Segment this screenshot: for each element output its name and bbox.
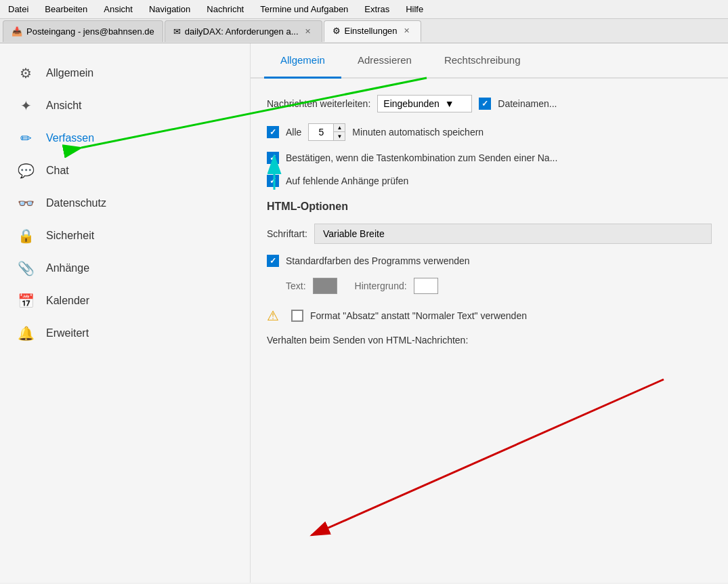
tab-inbox-label: Posteingang - jens@bahnsen.de: [26, 26, 154, 37]
schriftart-label: Schriftart:: [267, 228, 307, 239]
verhalten-label: Verhalten beim Senden von HTML-Nachricht…: [267, 335, 712, 346]
sparkle-icon: ✦: [16, 96, 35, 115]
tab-daily-label: dailyDAX: Anforderungen a...: [185, 26, 299, 37]
tab-daily[interactable]: ✉ dailyDAX: Anforderungen a... ✕: [165, 20, 322, 42]
sidebar-label-sicherheit: Sicherheit: [46, 230, 94, 242]
settings-tabs: Allgemein Adressieren Rechtschreibung: [251, 43, 728, 79]
color-row: Text: Hintergrund:: [286, 278, 712, 294]
anhaenge-checkbox[interactable]: [267, 175, 279, 187]
sidebar-label-datenschutz: Datenschutz: [46, 197, 106, 209]
sidebar-item-allgemein[interactable]: ⚙ Allgemein: [0, 57, 250, 89]
sidebar-label-allgemein: Allgemein: [46, 67, 93, 79]
settings-tab-icon: ⚙: [333, 26, 341, 36]
menu-extras[interactable]: Extras: [362, 3, 392, 16]
sidebar-item-ansicht[interactable]: ✦ Ansicht: [0, 89, 250, 122]
alle-checkbox[interactable]: [267, 126, 279, 138]
privacy-icon: 👓: [16, 194, 35, 213]
menu-bar: Datei Bearbeiten Ansicht Navigation Nach…: [0, 0, 728, 19]
tab-settings-label: Einstellungen: [345, 26, 398, 36]
sidebar-label-anhaenge: Anhänge: [46, 262, 89, 274]
minutes-input[interactable]: [309, 125, 333, 139]
inbox-icon: 📥: [12, 26, 22, 37]
schriftart-select[interactable]: Variable Breite: [314, 224, 712, 244]
sidebar-label-verfassen: Verfassen: [46, 132, 94, 144]
tab-adressieren[interactable]: Adressieren: [341, 43, 428, 79]
anhaenge-row: Auf fehlende Anhänge prüfen: [267, 175, 712, 187]
sidebar-item-sicherheit[interactable]: 🔒 Sicherheit: [0, 220, 250, 252]
menu-datei[interactable]: Datei: [5, 3, 31, 16]
sidebar-label-ansicht: Ansicht: [46, 100, 81, 112]
standardfarben-label: Standardfarben des Programms verwenden: [286, 255, 470, 266]
minuten-label: Minuten automatisch speichern: [352, 127, 484, 138]
html-section-title: HTML-Optionen: [267, 201, 712, 213]
standardfarben-row: Standardfarben des Programms verwenden: [267, 255, 712, 267]
settings-content: Nachrichten weiterleiten: Eingebunden ▼ …: [251, 79, 728, 362]
standardfarben-checkbox[interactable]: [267, 255, 279, 267]
warning-triangle-icon: ⚠: [267, 308, 279, 324]
menu-termine[interactable]: Termine und Aufgaben: [257, 3, 351, 16]
nachrichten-row: Nachrichten weiterleiten: Eingebunden ▼ …: [267, 95, 712, 112]
tab-settings-close[interactable]: ✕: [402, 26, 412, 37]
sidebar: ⚙ Allgemein ✦ Ansicht ✏ Verfassen 💬 Chat…: [0, 43, 251, 583]
anhaenge-label: Auf fehlende Anhänge prüfen: [286, 175, 408, 186]
text-color-label: Text:: [286, 280, 306, 291]
dropdown-arrow-icon: ▼: [445, 98, 454, 109]
schriftart-value: Variable Breite: [323, 228, 385, 239]
tab-bar: 📥 Posteingang - jens@bahnsen.de ✉ dailyD…: [0, 19, 728, 43]
calendar-icon: 📅: [16, 291, 35, 310]
menu-bearbeiten[interactable]: Bearbeiten: [42, 3, 90, 16]
advanced-icon: 🔔: [16, 324, 35, 343]
tab-daily-close[interactable]: ✕: [303, 26, 314, 37]
spinner-buttons: ▲ ▼: [333, 124, 345, 140]
menu-ansicht[interactable]: Ansicht: [101, 3, 135, 16]
tab-rechtschreibung[interactable]: Rechtschreibung: [428, 43, 537, 79]
hintergrund-label: Hintergrund:: [355, 280, 407, 291]
dateinamen-checkbox[interactable]: [479, 98, 491, 110]
bestaetigen-label: Bestätigen, wenn die Tastenkombination z…: [286, 152, 557, 163]
sidebar-item-anhaenge[interactable]: 📎 Anhänge: [0, 252, 250, 285]
sidebar-label-kalender: Kalender: [46, 295, 89, 307]
format-row: ⚠ Format "Absatz" anstatt "Normaler Text…: [267, 308, 712, 324]
menu-nachricht[interactable]: Nachricht: [204, 3, 247, 16]
nachrichten-dropdown[interactable]: Eingebunden ▼: [377, 95, 472, 112]
sidebar-item-datenschutz[interactable]: 👓 Datenschutz: [0, 187, 250, 220]
sidebar-label-chat: Chat: [46, 165, 69, 177]
tab-allgemein[interactable]: Allgemein: [264, 43, 341, 79]
menu-hilfe[interactable]: Hilfe: [403, 3, 426, 16]
content-area: Allgemein Adressieren Rechtschreibung Na…: [251, 43, 728, 583]
format-label: Format "Absatz" anstatt "Normaler Text" …: [310, 310, 527, 321]
hintergrund-color-picker[interactable]: [414, 278, 438, 294]
menu-navigation[interactable]: Navigation: [146, 3, 193, 16]
bestaetigen-row: Bestätigen, wenn die Tastenkombination z…: [267, 152, 712, 164]
sidebar-item-erweitert[interactable]: 🔔 Erweitert: [0, 317, 250, 350]
lock-icon: 🔒: [16, 226, 35, 245]
gear-icon: ⚙: [16, 64, 35, 83]
nachrichten-value: Eingebunden: [383, 98, 440, 109]
dateinamen-label: Dateinamen...: [498, 98, 557, 109]
spinner-down[interactable]: ▼: [334, 132, 345, 140]
sidebar-item-verfassen[interactable]: ✏ Verfassen: [0, 122, 250, 154]
spinner-up[interactable]: ▲: [334, 124, 345, 132]
minutes-spinner[interactable]: ▲ ▼: [308, 123, 345, 141]
format-checkbox[interactable]: [291, 310, 303, 322]
sidebar-item-kalender[interactable]: 📅 Kalender: [0, 285, 250, 317]
chat-icon: 💬: [16, 161, 35, 180]
bestaetigen-checkbox[interactable]: [267, 152, 279, 164]
nachrichten-label: Nachrichten weiterleiten:: [267, 98, 370, 109]
mail-icon: ✉: [173, 26, 181, 37]
paperclip-icon: 📎: [16, 259, 35, 278]
sidebar-label-erweitert: Erweitert: [46, 327, 89, 339]
schriftart-row: Schriftart: Variable Breite: [267, 224, 712, 244]
alle-label: Alle: [286, 127, 301, 138]
sidebar-item-chat[interactable]: 💬 Chat: [0, 154, 250, 187]
main-layout: ⚙ Allgemein ✦ Ansicht ✏ Verfassen 💬 Chat…: [0, 43, 728, 583]
text-color-picker[interactable]: [313, 278, 337, 294]
autosave-row: Alle ▲ ▼ Minuten automatisch speichern: [267, 123, 712, 141]
tab-inbox[interactable]: 📥 Posteingang - jens@bahnsen.de: [3, 20, 163, 42]
tab-settings[interactable]: ⚙ Einstellungen ✕: [324, 20, 421, 42]
pencil-icon: ✏: [16, 129, 35, 148]
